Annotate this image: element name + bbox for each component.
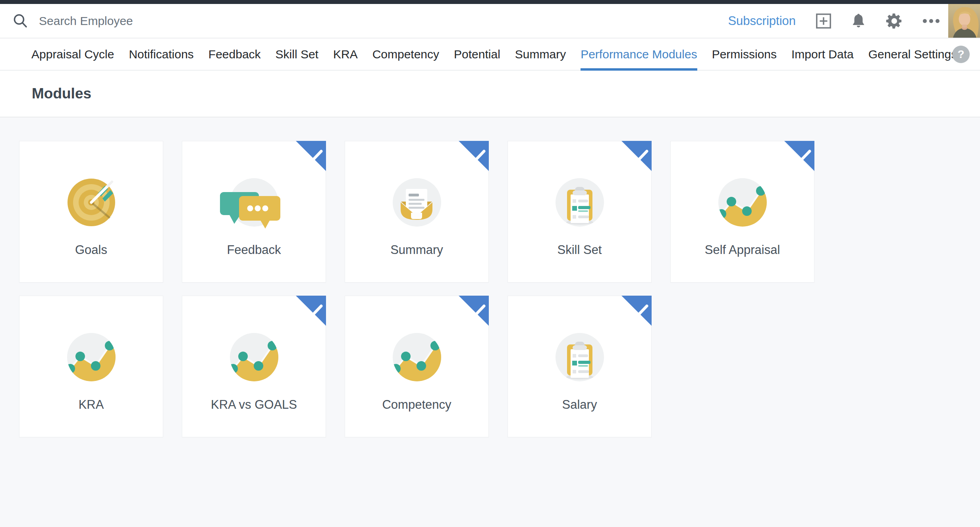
- module-card-label: Feedback: [182, 243, 326, 257]
- employee-search-field[interactable]: [0, 13, 728, 29]
- page-header: Modules: [0, 71, 980, 117]
- checked-badge: [783, 141, 814, 172]
- mail-icon: [392, 178, 442, 227]
- module-card-label: KRA vs GOALS: [182, 398, 326, 412]
- modules-grid: Goals Feedback Summary: [19, 141, 853, 437]
- chat-bubbles-icon: [230, 178, 279, 227]
- tab-summary[interactable]: Summary: [515, 38, 566, 70]
- ellipsis-icon[interactable]: [922, 19, 940, 23]
- checked-badge: [295, 141, 326, 172]
- tab-appraisal-cycle[interactable]: Appraisal Cycle: [31, 38, 114, 70]
- gear-icon[interactable]: [886, 13, 903, 29]
- tab-label: Potential: [454, 48, 500, 61]
- help-button[interactable]: ?: [952, 46, 970, 63]
- checked-badge: [458, 141, 489, 172]
- tab-label: General Settings: [868, 48, 957, 61]
- area-chart-icon: [230, 333, 279, 382]
- tab-label: Skill Set: [276, 48, 318, 61]
- module-card-competency[interactable]: Competency: [345, 296, 489, 437]
- tab-general-settings[interactable]: General Settings: [868, 38, 957, 70]
- tab-import-data[interactable]: Import Data: [791, 38, 854, 70]
- checked-badge: [621, 141, 652, 172]
- tab-skill-set[interactable]: Skill Set: [276, 38, 318, 70]
- module-card-goals[interactable]: Goals: [19, 141, 163, 283]
- module-card-feedback[interactable]: Feedback: [182, 141, 326, 283]
- tab-label: Import Data: [791, 48, 854, 61]
- module-card-label: KRA: [19, 398, 163, 412]
- tab-label: Notifications: [129, 48, 193, 61]
- tab-feedback[interactable]: Feedback: [208, 38, 261, 70]
- tab-label: Summary: [515, 48, 566, 61]
- content-area: Goals Feedback Summary: [0, 117, 980, 437]
- tab-label: KRA: [333, 48, 358, 61]
- module-card-label: Goals: [19, 243, 163, 257]
- settings-tab-bar: Appraisal CycleNotificationsFeedbackSkil…: [0, 38, 980, 71]
- subscription-link[interactable]: Subscription: [728, 14, 796, 28]
- tab-notifications[interactable]: Notifications: [129, 38, 193, 70]
- search-input[interactable]: [39, 14, 317, 28]
- module-card-kra-vs-goals[interactable]: KRA vs GOALS: [182, 296, 326, 437]
- area-chart-icon: [718, 178, 767, 227]
- top-dark-strip: [0, 0, 980, 4]
- area-chart-icon: [67, 333, 116, 382]
- tab-kra[interactable]: KRA: [333, 38, 358, 70]
- checked-badge: [295, 296, 326, 327]
- tab-label: Appraisal Cycle: [31, 48, 114, 61]
- avatar[interactable]: [948, 4, 980, 38]
- tab-label: Performance Modules: [581, 48, 697, 61]
- tab-permissions[interactable]: Permissions: [712, 38, 777, 70]
- module-card-label: Self Appraisal: [671, 243, 814, 257]
- target-icon: [67, 178, 116, 227]
- search-icon: [13, 13, 29, 29]
- clipboard-icon: [555, 333, 604, 382]
- add-square-icon[interactable]: [815, 13, 832, 29]
- checked-badge: [458, 296, 489, 327]
- tab-performance-modules[interactable]: Performance Modules: [581, 38, 697, 70]
- area-chart-icon: [392, 333, 442, 382]
- tab-potential[interactable]: Potential: [454, 38, 500, 70]
- tab-label: Competency: [372, 48, 439, 61]
- bell-icon[interactable]: [851, 13, 866, 29]
- module-card-label: Salary: [508, 398, 651, 412]
- module-card-self-appraisal[interactable]: Self Appraisal: [670, 141, 814, 283]
- tab-label: Permissions: [712, 48, 777, 61]
- module-card-skill-set[interactable]: Skill Set: [507, 141, 652, 283]
- module-card-kra[interactable]: KRA: [19, 296, 163, 437]
- module-card-label: Competency: [345, 398, 488, 412]
- app-header: Subscription: [0, 4, 980, 38]
- checked-badge: [621, 296, 652, 327]
- header-actions: Subscription: [728, 4, 980, 38]
- module-card-summary[interactable]: Summary: [345, 141, 489, 283]
- page-title: Modules: [32, 85, 91, 102]
- module-card-label: Summary: [345, 243, 488, 257]
- module-card-salary[interactable]: Salary: [507, 296, 652, 437]
- clipboard-icon: [555, 178, 604, 227]
- module-card-label: Skill Set: [508, 243, 651, 257]
- tab-competency[interactable]: Competency: [372, 38, 439, 70]
- tab-label: Feedback: [208, 48, 261, 61]
